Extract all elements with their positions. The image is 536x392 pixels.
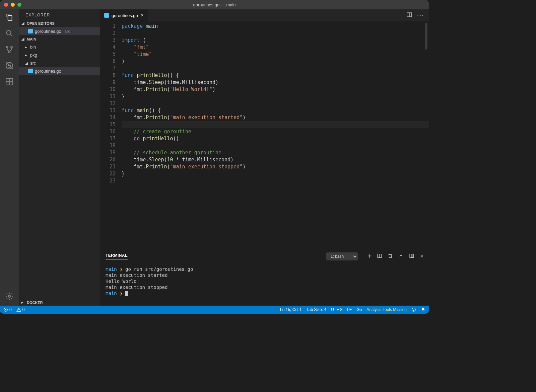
notifications-bell-icon[interactable] xyxy=(421,307,425,312)
debug-icon[interactable] xyxy=(5,61,14,70)
status-errors[interactable]: 0 xyxy=(3,307,12,312)
code-editor[interactable]: 1234567891011121314151617181920212223 pa… xyxy=(100,21,429,250)
terminal-line: Hello World! xyxy=(106,278,423,284)
sidebar-title: EXPLORER xyxy=(19,9,100,20)
status-indent[interactable]: Tab Size: 4 xyxy=(307,307,326,312)
code-line[interactable] xyxy=(122,100,429,107)
code-line[interactable]: import ( xyxy=(122,37,429,44)
terminal-tab[interactable]: TERMINAL xyxy=(106,253,128,259)
code-line[interactable]: func main() { xyxy=(122,107,429,114)
go-file-icon xyxy=(28,69,33,73)
terminal-selector[interactable]: 1: bash xyxy=(326,252,358,260)
split-editor-icon[interactable] xyxy=(406,12,412,19)
svg-rect-8 xyxy=(10,82,13,85)
docker-section-header[interactable]: ▸ DOCKER xyxy=(19,299,100,306)
chevron-down-icon: ◢ xyxy=(21,21,25,25)
status-analysis-warning[interactable]: Analysis Tools Missing xyxy=(366,307,407,312)
code-line[interactable]: "fmt" xyxy=(122,44,429,51)
code-line[interactable] xyxy=(122,177,429,184)
code-line[interactable] xyxy=(122,142,429,149)
code-line[interactable]: } xyxy=(122,93,429,100)
explorer-sidebar: EXPLORER ◢ OPEN EDITORS goroutines.go sr… xyxy=(19,9,100,306)
code-line[interactable]: go printHello() xyxy=(122,135,429,142)
tab-goroutines[interactable]: goroutines.go × xyxy=(100,9,148,21)
chevron-down-icon: ◢ xyxy=(21,37,25,41)
close-panel-icon[interactable]: × xyxy=(420,253,423,260)
file-goroutines[interactable]: goroutines.go xyxy=(19,67,100,75)
chevron-down-icon: ◢ xyxy=(25,61,28,66)
code-line[interactable]: // create goroutine xyxy=(122,128,429,135)
search-icon[interactable] xyxy=(5,29,14,38)
kill-terminal-icon[interactable] xyxy=(388,253,393,260)
window-minimize-icon[interactable] xyxy=(11,3,15,7)
source-control-icon[interactable] xyxy=(5,45,14,54)
window-close-icon[interactable] xyxy=(4,3,8,7)
code-line[interactable]: package main xyxy=(122,23,429,30)
terminal-panel: TERMINAL 1: bash + xyxy=(100,250,429,306)
folder-src[interactable]: ◢ src xyxy=(19,59,100,67)
feedback-smiley-icon[interactable] xyxy=(411,307,416,312)
status-cursor-pos[interactable]: Ln 15, Col 1 xyxy=(280,307,302,312)
status-encoding[interactable]: UTF-8 xyxy=(331,307,342,312)
svg-rect-5 xyxy=(6,78,9,81)
new-terminal-icon[interactable]: + xyxy=(368,252,372,260)
editor-tabbar: goroutines.go × ··· xyxy=(100,9,429,21)
window-zoom-icon[interactable] xyxy=(17,3,21,7)
svg-point-3 xyxy=(9,51,10,53)
status-eol[interactable]: LF xyxy=(347,307,352,312)
extensions-icon[interactable] xyxy=(5,77,14,86)
terminal-line: main execution stopped xyxy=(106,284,423,290)
editor-scrollbar[interactable] xyxy=(425,23,427,50)
chevron-up-icon[interactable] xyxy=(398,253,404,260)
chevron-right-icon: ▸ xyxy=(21,300,25,305)
window-title: goroutines.go — main xyxy=(0,2,429,7)
code-line[interactable]: time.Sleep(10 * time.Millisecond) xyxy=(122,156,429,163)
terminal-output[interactable]: main ❯ go run src/goroutines.gomain exec… xyxy=(100,262,429,306)
explorer-icon[interactable] xyxy=(5,13,14,22)
workspace-header[interactable]: ◢ MAIN xyxy=(19,36,100,42)
close-icon[interactable]: × xyxy=(141,12,144,18)
svg-rect-13 xyxy=(412,254,414,257)
chevron-right-icon: ▸ xyxy=(25,45,28,50)
terminal-line: main execution started xyxy=(106,272,423,278)
settings-gear-icon[interactable] xyxy=(5,292,14,301)
code-line[interactable]: // schedule another goroutine xyxy=(122,149,429,156)
svg-point-9 xyxy=(8,295,11,298)
svg-point-2 xyxy=(11,46,12,48)
code-line[interactable]: } xyxy=(122,170,429,177)
terminal-line: main ❯ xyxy=(106,290,423,296)
code-line[interactable] xyxy=(122,65,429,72)
code-line[interactable]: fmt.Println("Hello World!") xyxy=(122,86,429,93)
status-language[interactable]: Go xyxy=(356,307,362,312)
more-actions-icon[interactable]: ··· xyxy=(417,12,424,19)
code-line[interactable]: fmt.Println("main execution stopped") xyxy=(122,163,429,170)
titlebar[interactable]: goroutines.go — main xyxy=(0,0,429,9)
chevron-right-icon: ▸ xyxy=(25,53,28,58)
maximize-panel-icon[interactable] xyxy=(409,253,414,260)
go-file-icon xyxy=(104,13,109,18)
svg-point-0 xyxy=(6,30,11,35)
code-line[interactable]: time.Sleep(time.Millisecond) xyxy=(122,79,429,86)
split-terminal-icon[interactable] xyxy=(377,253,382,260)
svg-point-15 xyxy=(412,308,416,312)
folder-bin[interactable]: ▸ bin xyxy=(19,43,100,51)
activity-bar xyxy=(0,9,19,306)
svg-rect-6 xyxy=(10,78,13,81)
code-line[interactable]: "time" xyxy=(122,51,429,58)
status-bar: 0 0 Ln 15, Col 1 Tab Size: 4 UTF-8 LF Go… xyxy=(0,306,429,314)
code-line[interactable]: ) xyxy=(122,58,429,65)
code-line[interactable] xyxy=(122,30,429,37)
svg-rect-7 xyxy=(6,82,9,85)
code-line[interactable] xyxy=(122,121,429,128)
go-file-icon xyxy=(28,29,33,33)
folder-pkg[interactable]: ▸ pkg xyxy=(19,51,100,59)
code-line[interactable]: fmt.Println("main execution started") xyxy=(122,114,429,121)
code-line[interactable]: func printHello() { xyxy=(122,72,429,79)
open-editor-item[interactable]: goroutines.go src xyxy=(19,27,100,35)
svg-point-1 xyxy=(6,46,8,48)
terminal-line: main ❯ go run src/goroutines.go xyxy=(106,266,423,272)
status-warnings[interactable]: 0 xyxy=(16,307,25,312)
open-editors-header[interactable]: ◢ OPEN EDITORS xyxy=(19,20,100,26)
